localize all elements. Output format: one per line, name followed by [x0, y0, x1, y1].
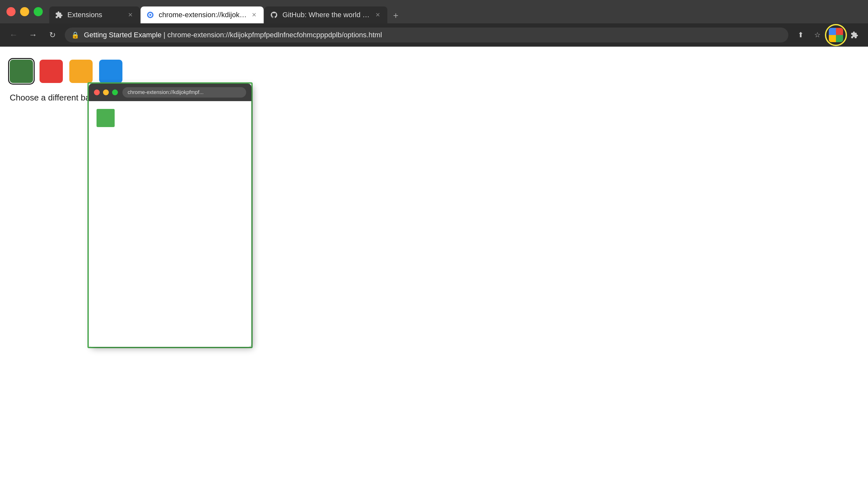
back-button[interactable]: ←	[6, 28, 21, 42]
popup-green-square	[96, 109, 115, 127]
tab-options-close[interactable]: ✕	[250, 11, 258, 19]
swatch-yellow[interactable]	[69, 60, 93, 83]
swatch-blue[interactable]	[99, 60, 122, 83]
tab-extensions-close[interactable]: ✕	[126, 11, 134, 19]
star-icon: ☆	[814, 31, 821, 39]
forward-icon: →	[29, 30, 37, 40]
popup-body	[89, 101, 251, 347]
traffic-lights	[6, 7, 43, 16]
lock-icon: 🔒	[71, 31, 79, 39]
share-button[interactable]: ⬆	[794, 28, 808, 42]
minimize-button[interactable]	[20, 7, 29, 16]
popup-minimize-button[interactable]	[103, 89, 109, 95]
tabs-bar: Extensions ✕ chrome-extension://kdijokpf…	[49, 0, 862, 23]
reload-icon: ↻	[49, 30, 56, 39]
tab-github[interactable]: GitHub: Where the world build... ✕	[264, 6, 388, 23]
address-separator: |	[163, 31, 167, 39]
bookmark-button[interactable]: ☆	[810, 28, 825, 42]
address-url: chrome-extension://kdijokpfmpfpedlnfnecf…	[167, 31, 382, 39]
popup-titlebar: chrome-extension://kdijokpfmpf...	[89, 84, 251, 101]
popup-url-bar[interactable]: chrome-extension://kdijokpfmpf...	[122, 87, 246, 97]
close-button[interactable]	[6, 7, 16, 16]
swatch-green[interactable]	[10, 60, 33, 83]
github-icon	[270, 10, 279, 20]
maximize-button[interactable]	[34, 7, 43, 16]
popup-container: chrome-extension://kdijokpfmpf...	[88, 82, 253, 348]
popup-browser: chrome-extension://kdijokpfmpf...	[89, 84, 251, 347]
back-icon: ←	[9, 30, 18, 40]
address-input-wrapper[interactable]: 🔒 Getting Started Example | chrome-exten…	[65, 28, 788, 42]
extensions-puzzle-icon	[55, 10, 64, 20]
svg-point-2	[149, 14, 151, 16]
extension-icon-wrapper[interactable]	[827, 26, 845, 44]
address-right-icons: ⬆ ☆	[794, 26, 862, 44]
address-display: Getting Started Example | chrome-extensi…	[84, 31, 382, 39]
chrome-extension-icon	[146, 10, 155, 20]
reload-button[interactable]: ↻	[45, 28, 60, 42]
tab-github-close[interactable]: ✕	[374, 11, 381, 19]
address-bar: ← → ↻ 🔒 Getting Started Example | chrome…	[0, 23, 868, 47]
forward-button[interactable]: →	[26, 28, 40, 42]
extensions-manage-icon	[850, 31, 858, 39]
popup-close-button[interactable]	[94, 89, 100, 95]
popup-maximize-button[interactable]	[112, 89, 118, 95]
tab-options-label: chrome-extension://kdijokpfmp...	[159, 11, 247, 19]
page-content: Choose a different background color! chr…	[0, 47, 868, 483]
tab-extensions-label: Extensions	[67, 11, 123, 19]
extensions-button[interactable]	[847, 28, 862, 42]
tab-github-label: GitHub: Where the world build...	[282, 11, 371, 19]
popup-url-text: chrome-extension://kdijokpfmpf...	[128, 89, 204, 95]
popup-traffic-lights	[94, 89, 118, 95]
tab-options[interactable]: chrome-extension://kdijokpfmp... ✕	[141, 6, 264, 23]
extension-icon-highlight	[825, 24, 847, 46]
browser-window: Extensions ✕ chrome-extension://kdijokpf…	[0, 0, 868, 483]
new-tab-icon: +	[393, 10, 398, 21]
color-swatches	[10, 60, 858, 83]
title-bar: Extensions ✕ chrome-extension://kdijokpf…	[0, 0, 868, 23]
tab-extensions[interactable]: Extensions ✕	[49, 6, 140, 23]
swatch-red[interactable]	[39, 60, 63, 83]
site-name: Getting Started Example	[84, 31, 162, 39]
share-icon: ⬆	[798, 31, 804, 39]
new-tab-button[interactable]: +	[388, 8, 404, 23]
